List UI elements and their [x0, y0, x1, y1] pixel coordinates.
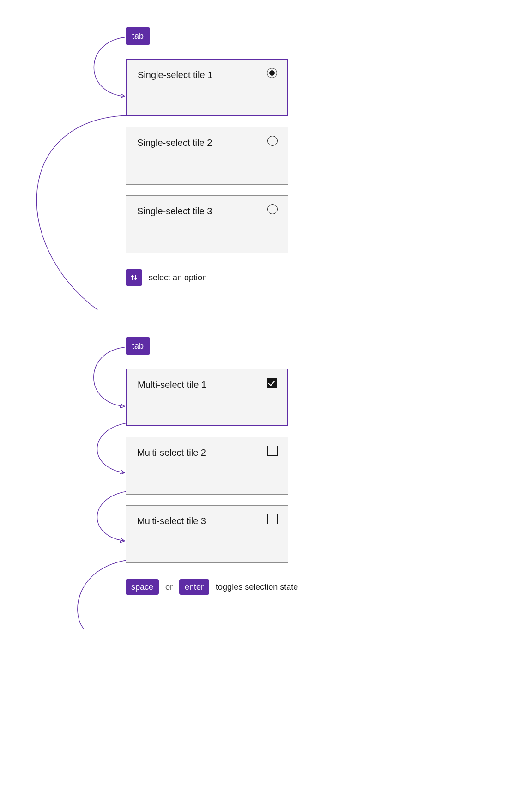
tile-label: Multi-select tile 1 — [138, 380, 206, 390]
tile-label: Single-select tile 3 — [137, 206, 212, 216]
caption-text: toggles selection state — [216, 582, 298, 592]
tile-label: Single-select tile 2 — [137, 138, 212, 148]
radio-icon — [267, 136, 278, 146]
multi-select-panel: tab Multi-select tile 1 Multi-select til… — [0, 310, 532, 629]
multi-tile-3[interactable]: Multi-select tile 3 — [126, 505, 288, 563]
tile-label: Single-select tile 1 — [138, 70, 212, 80]
caption-text: select an option — [149, 273, 207, 283]
single-tile-1[interactable]: Single-select tile 1 — [126, 59, 288, 116]
tab-key: tab — [126, 27, 150, 45]
single-tile-3[interactable]: Single-select tile 3 — [126, 195, 288, 253]
space-key: space — [126, 579, 159, 595]
tile-label: Multi-select tile 2 — [137, 447, 206, 458]
checkbox-icon — [267, 378, 277, 388]
radio-icon — [267, 204, 278, 214]
checkbox-icon — [267, 514, 278, 524]
arrow-keys-caption: select an option — [126, 269, 207, 286]
multi-tile-2[interactable]: Multi-select tile 2 — [126, 437, 288, 495]
enter-key: enter — [179, 579, 209, 595]
tile-label: Multi-select tile 3 — [137, 516, 206, 526]
multi-tile-1[interactable]: Multi-select tile 1 — [126, 369, 288, 426]
checkbox-icon — [267, 446, 278, 456]
up-down-arrows-icon — [126, 269, 142, 286]
single-select-panel: tab Single-select tile 1 Single-select t… — [0, 0, 532, 310]
radio-icon — [267, 68, 277, 78]
tab-key: tab — [126, 337, 150, 355]
single-tile-2[interactable]: Single-select tile 2 — [126, 127, 288, 185]
caption-sep: or — [165, 582, 173, 592]
toggle-caption: space or enter toggles selection state — [126, 579, 298, 595]
